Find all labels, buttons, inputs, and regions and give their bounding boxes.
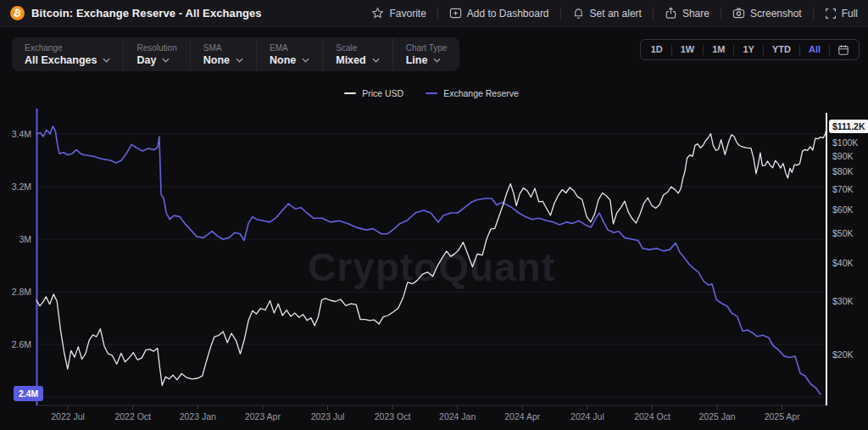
bitcoin-icon: ₿ (10, 6, 25, 20)
chevron-down-icon (372, 58, 380, 63)
fullscreen-icon (825, 8, 837, 20)
x-tick-label: 2024 Jan (439, 411, 476, 422)
scale-select[interactable]: Scale Mixed (322, 37, 392, 71)
x-tick-label: 2022 Jul (51, 411, 85, 422)
sma-select[interactable]: SMA None (190, 37, 256, 71)
legend-item-price[interactable]: Price USD (344, 88, 403, 98)
x-tick-label: 2023 Oct (375, 411, 411, 422)
price-line (36, 129, 826, 386)
camera-icon (732, 7, 745, 20)
screenshot-button[interactable]: Screenshot (732, 7, 802, 20)
chevron-down-icon (302, 58, 309, 63)
exchange-value: All Exchanges (25, 54, 97, 66)
x-tick-label: 2025 Apr (765, 411, 801, 422)
fullscreen-label: Full (842, 8, 858, 20)
scale-label: Scale (336, 43, 379, 53)
scale-value: Mixed (336, 54, 365, 66)
favorite-button[interactable]: Favorite (371, 7, 426, 20)
range-all-button[interactable]: All (800, 40, 829, 59)
x-tick-label: 2025 Jan (698, 411, 735, 422)
header-actions: Favorite Add to Dashboard Set an alert S… (371, 7, 858, 20)
divider (721, 8, 721, 20)
star-icon (371, 7, 384, 20)
chevron-down-icon (103, 58, 110, 63)
share-button[interactable]: Share (665, 7, 709, 20)
exchange-label: Exchange (25, 43, 110, 53)
chart-settings-panel: Exchange All Exchanges Resolution Day SM… (12, 37, 459, 71)
x-tick-label: 2023 Jan (180, 411, 216, 422)
y-right-tick-label: $50K (832, 228, 854, 238)
calendar-icon (837, 44, 849, 56)
x-tick-label: 2024 Apr (504, 411, 541, 422)
page-title: Bitcoin: Exchange Reserve - All Exchange… (31, 7, 262, 20)
legend-reserve-label: Exchange Reserve (443, 88, 519, 98)
chart-type-value: Line (406, 54, 428, 66)
x-tick-label: 2023 Jul (311, 411, 345, 422)
x-tick-label: 2024 Oct (634, 411, 670, 422)
time-range-selector: 1D 1W 1M 1Y YTD All (640, 39, 860, 60)
range-ytd-button[interactable]: YTD (764, 40, 799, 59)
chart-legend: Price USD Exchange Reserve (36, 88, 826, 98)
range-1y-button[interactable]: 1Y (734, 40, 762, 59)
set-alert-label: Set an alert (590, 8, 642, 20)
y-right-tick-label: $80K (832, 166, 854, 176)
y-left-tick-label: 3.2M (12, 181, 31, 192)
y-right-tick-label: $100K (832, 137, 858, 148)
set-alert-button[interactable]: Set an alert (572, 7, 642, 20)
divider (560, 8, 561, 20)
header-bar: ₿ Bitcoin: Exchange Reserve - All Exchan… (0, 0, 868, 27)
add-to-dashboard-button[interactable]: Add to Dashboard (449, 7, 549, 20)
sma-value: None (203, 54, 230, 66)
y-left-tick-label: 3.4M (12, 129, 31, 139)
y-right-tick-label: $70K (832, 184, 854, 194)
resolution-value: Day (136, 54, 156, 66)
fullscreen-button[interactable]: Full (825, 8, 858, 20)
divider (653, 8, 654, 20)
custom-date-button[interactable] (830, 44, 857, 56)
legend-item-reserve[interactable]: Exchange Reserve (426, 88, 519, 98)
sma-label: SMA (203, 43, 243, 53)
share-label: Share (682, 8, 709, 20)
price-last-value-badge: $111.2K (829, 120, 868, 133)
bell-icon (572, 7, 585, 20)
reserve-last-value-badge: 2.4M (14, 386, 43, 401)
add-to-dashboard-label: Add to Dashboard (467, 8, 549, 20)
reserve-swatch (426, 92, 437, 94)
y-left-tick-label: 2.6M (12, 339, 31, 349)
resolution-select[interactable]: Resolution Day (123, 37, 189, 71)
range-1m-button[interactable]: 1M (704, 40, 733, 59)
range-1d-button[interactable]: 1D (643, 40, 671, 59)
range-1w-button[interactable]: 1W (672, 40, 704, 59)
x-tick-label: 2024 Jul (570, 411, 604, 422)
x-tick-label: 2022 Oct (114, 411, 151, 422)
chart-type-select[interactable]: Chart Type Line (392, 37, 460, 71)
y-left-tick-label: 2.8M (12, 287, 31, 297)
chart-type-label: Chart Type (406, 43, 448, 53)
y-left-tick-label: 3M (19, 234, 31, 244)
share-icon (665, 7, 677, 20)
divider (813, 8, 814, 20)
reserve-line (36, 126, 821, 394)
y-right-tick-label: $90K (832, 151, 854, 161)
chart-title-group: ₿ Bitcoin: Exchange Reserve - All Exchan… (10, 6, 262, 20)
chevron-down-icon (162, 58, 170, 63)
y-right-tick-label: $40K (832, 258, 854, 268)
x-tick-label: 2023 Apr (245, 411, 281, 422)
chevron-down-icon (236, 58, 243, 63)
exchange-select[interactable]: Exchange All Exchanges (12, 37, 123, 71)
add-dashboard-icon (449, 7, 462, 20)
legend-price-label: Price USD (362, 88, 403, 98)
chevron-down-icon (433, 58, 441, 63)
ema-label: EMA (270, 43, 309, 53)
screenshot-label: Screenshot (750, 8, 802, 20)
favorite-label: Favorite (389, 8, 426, 20)
ema-value: None (270, 54, 296, 66)
divider (437, 8, 438, 20)
y-right-tick-label: $20K (832, 349, 854, 360)
y-right-tick-label: $30K (832, 296, 854, 306)
y-right-tick-label: $60K (832, 204, 854, 215)
resolution-label: Resolution (136, 43, 176, 53)
price-swatch (344, 92, 356, 94)
ema-select[interactable]: EMA None (256, 37, 322, 71)
